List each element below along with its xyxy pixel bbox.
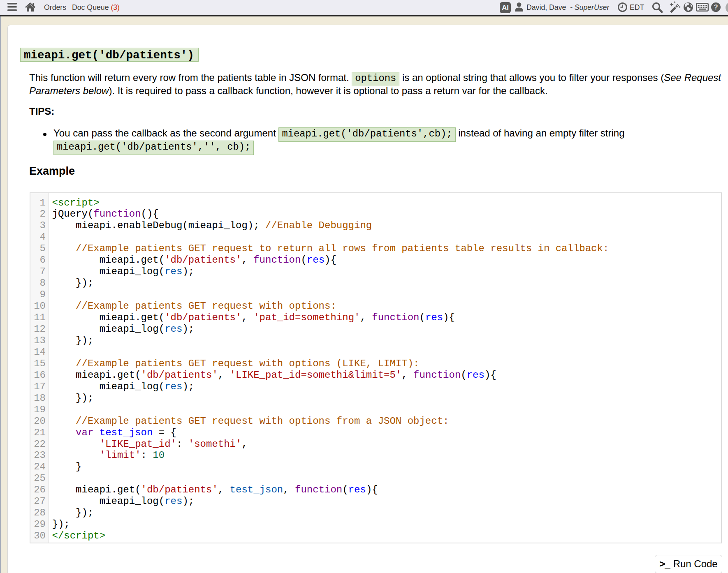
svg-text:?: ? [714, 3, 718, 11]
